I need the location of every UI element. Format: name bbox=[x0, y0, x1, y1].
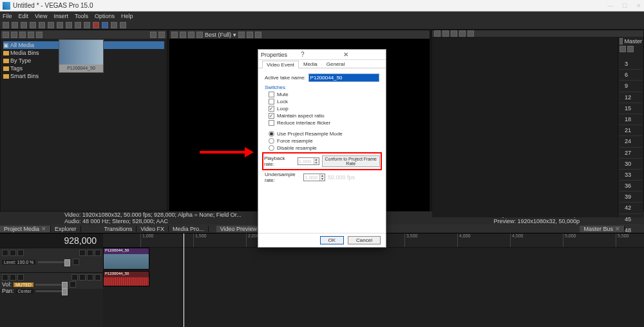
master-mute-icon[interactable] bbox=[620, 46, 626, 52]
pm-view-icon[interactable] bbox=[150, 32, 156, 38]
track-header-video[interactable]: Level: 100.0 % bbox=[0, 248, 103, 272]
toolbar-ripple-icon[interactable] bbox=[102, 22, 108, 28]
undersample-input[interactable] bbox=[304, 174, 319, 181]
transport-end-icon[interactable] bbox=[468, 30, 474, 37]
cancel-button[interactable]: Cancel bbox=[348, 236, 381, 244]
menu-edit[interactable]: Edit bbox=[19, 13, 29, 19]
preview-overlay-icon[interactable] bbox=[238, 32, 245, 38]
track-auto-icon[interactable] bbox=[17, 250, 24, 256]
tree-smart-bins[interactable]: Smart Bins bbox=[3, 72, 164, 80]
tab-transitions[interactable]: Transitions bbox=[100, 226, 137, 232]
playback-rate-spinner[interactable]: ▲▼ bbox=[298, 157, 319, 165]
tab-media-pro[interactable]: Media Pro... bbox=[169, 226, 209, 232]
aspect-checkbox[interactable] bbox=[269, 113, 274, 119]
dialog-help-button[interactable]: ? bbox=[298, 51, 341, 58]
tab-project-media[interactable]: Project Media✕ bbox=[0, 226, 51, 232]
toolbar-cut-icon[interactable] bbox=[48, 22, 54, 28]
preview-snap-icon[interactable] bbox=[255, 32, 261, 38]
menu-file[interactable]: File bbox=[3, 13, 12, 19]
track-number-icon[interactable] bbox=[2, 250, 8, 256]
toolbar-copy-icon[interactable] bbox=[57, 22, 63, 28]
pm-import-icon[interactable] bbox=[11, 32, 17, 38]
toolbar-redo-icon[interactable] bbox=[84, 22, 90, 28]
menu-help[interactable]: Help bbox=[121, 13, 133, 19]
pan-slider[interactable] bbox=[35, 290, 68, 292]
pm-search-icon[interactable] bbox=[158, 32, 165, 38]
resample-disable-radio[interactable] bbox=[269, 145, 274, 151]
master-refresh-icon[interactable] bbox=[434, 30, 440, 37]
undersample-spinner[interactable]: ▲▼ bbox=[303, 173, 325, 181]
video-clip[interactable]: P1200044_50 bbox=[103, 248, 149, 270]
playback-rate-input[interactable] bbox=[298, 158, 314, 164]
tab-media[interactable]: Media bbox=[299, 60, 322, 68]
tab-explorer[interactable]: Explorer bbox=[51, 226, 81, 232]
menu-view[interactable]: View bbox=[35, 13, 47, 19]
pm-get-icon[interactable] bbox=[28, 32, 34, 38]
preview-settings-icon[interactable] bbox=[171, 32, 178, 38]
toolbar-lock-icon[interactable] bbox=[111, 22, 117, 28]
preview-safe-icon[interactable] bbox=[247, 32, 253, 38]
ok-button[interactable]: OK bbox=[320, 236, 345, 244]
menu-insert[interactable]: Insert bbox=[53, 13, 68, 19]
lock-checkbox[interactable] bbox=[269, 99, 274, 104]
pm-remove-icon[interactable] bbox=[36, 32, 43, 38]
resample-project-radio[interactable] bbox=[269, 131, 274, 137]
close-button[interactable]: ✕ bbox=[636, 3, 641, 9]
conform-button[interactable]: Conform to Project Frame Rate bbox=[322, 155, 381, 167]
track-more-icon[interactable] bbox=[73, 259, 79, 265]
audio-clip[interactable]: P1200044_50 bbox=[103, 271, 149, 286]
menu-tools[interactable]: Tools bbox=[75, 13, 88, 19]
tab-video-fx[interactable]: Video FX bbox=[137, 226, 169, 232]
track-solo-icon[interactable] bbox=[87, 250, 93, 256]
toolbar-paste-icon[interactable] bbox=[66, 22, 72, 28]
resample-force-radio[interactable] bbox=[269, 138, 274, 144]
toolbar-properties-icon[interactable] bbox=[39, 22, 45, 28]
track-auto-icon[interactable] bbox=[17, 274, 24, 281]
spinner-down-icon[interactable]: ▼ bbox=[314, 161, 319, 164]
toolbar-new-icon[interactable] bbox=[3, 22, 9, 28]
track-solo-icon[interactable] bbox=[87, 274, 93, 281]
playhead[interactable] bbox=[184, 233, 184, 327]
pm-capture-icon[interactable] bbox=[19, 32, 26, 38]
track-level-slider[interactable] bbox=[38, 261, 70, 263]
master-fx-icon[interactable] bbox=[620, 38, 623, 45]
tab-master-bus[interactable]: Master Bus✕ bbox=[580, 226, 625, 232]
track-max-icon[interactable] bbox=[95, 250, 101, 256]
track-mute-icon[interactable] bbox=[79, 274, 86, 281]
dialog-titlebar[interactable]: Properties ? ✕ bbox=[258, 50, 386, 60]
dialog-close-button[interactable]: ✕ bbox=[341, 51, 383, 58]
track-fx-icon[interactable] bbox=[10, 250, 16, 256]
maximize-button[interactable]: ☐ bbox=[622, 3, 627, 9]
track-number-icon[interactable] bbox=[2, 274, 8, 281]
track-max-icon[interactable] bbox=[95, 274, 101, 281]
toolbar-help-icon[interactable] bbox=[120, 22, 126, 28]
transport-play-icon[interactable] bbox=[451, 30, 457, 37]
toolbar-save-icon[interactable] bbox=[21, 22, 27, 28]
tab-video-event[interactable]: Video Event bbox=[262, 61, 299, 68]
vol-slider[interactable] bbox=[35, 284, 68, 286]
flicker-checkbox[interactable] bbox=[269, 120, 274, 126]
preview-ext-icon[interactable] bbox=[196, 32, 203, 38]
minimize-button[interactable]: — bbox=[607, 3, 613, 9]
toolbar-snap-icon[interactable] bbox=[93, 22, 99, 28]
preview-fx-icon[interactable] bbox=[180, 32, 186, 38]
track-header-audio[interactable]: Vol:MUTED Pan:Center bbox=[0, 272, 103, 289]
track-record-icon[interactable] bbox=[71, 274, 78, 281]
toolbar-render-icon[interactable] bbox=[30, 22, 36, 28]
toolbar-open-icon[interactable] bbox=[12, 22, 18, 28]
toolbar-undo-icon[interactable] bbox=[75, 22, 81, 28]
track-fx-icon[interactable] bbox=[10, 274, 16, 281]
loop-checkbox[interactable] bbox=[269, 106, 274, 112]
master-solo-icon[interactable] bbox=[627, 46, 634, 52]
pm-refresh-icon[interactable] bbox=[3, 32, 9, 38]
active-take-input[interactable] bbox=[308, 74, 379, 82]
close-icon[interactable]: ✕ bbox=[41, 226, 46, 232]
track-more-icon[interactable] bbox=[70, 281, 76, 288]
transport-next-icon[interactable] bbox=[459, 30, 466, 37]
track-mute-icon[interactable] bbox=[79, 250, 86, 256]
transport-prev-icon[interactable] bbox=[442, 30, 449, 37]
preview-split-icon[interactable] bbox=[188, 32, 194, 38]
menu-options[interactable]: Options bbox=[95, 13, 115, 19]
preview-quality[interactable]: Best (Full) ▾ bbox=[205, 32, 236, 38]
media-thumbnail[interactable]: P1200044_50 bbox=[59, 39, 104, 73]
